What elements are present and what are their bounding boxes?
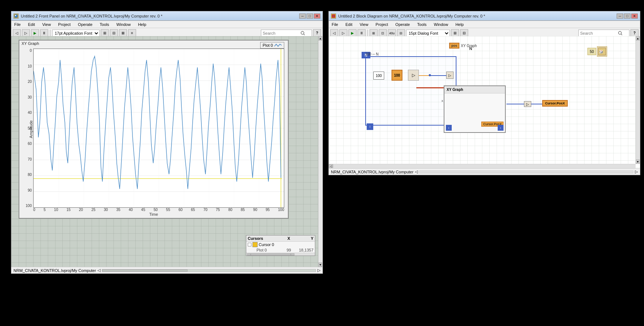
scroll-down-btn[interactable]: ▼ <box>319 262 322 267</box>
cursors-col-y-header: Y <box>295 236 313 241</box>
right-scroll-up[interactable]: ▲ <box>636 36 640 41</box>
scroll-right-arrow[interactable]: ▷ <box>317 268 320 273</box>
h-scroll-left[interactable]: ◁ <box>329 164 333 168</box>
right-menu-window[interactable]: Window <box>432 22 450 27</box>
right-status-bar: NRM_CIVATA_KONTROL.lvproj/My Computer ◁ … <box>329 168 640 175</box>
bd-100-const: 100 <box>373 72 384 80</box>
right-v-scrollbar[interactable]: ▲ ▼ <box>636 36 640 164</box>
right-menu-operate[interactable]: Operate <box>394 22 412 27</box>
right-menu-edit[interactable]: Edit <box>344 22 354 27</box>
left-menu-project[interactable]: Project <box>57 22 72 27</box>
svg-rect-1 <box>15 15 16 16</box>
h-scrollbar-thumb[interactable] <box>102 269 188 272</box>
right-menu-bar: File Edit View Project Operate Tools Win… <box>329 21 640 28</box>
right-close-btn[interactable]: ✕ <box>631 14 638 19</box>
right-window: Untitled 2 Block Diagram on NRM_CIVATA_K… <box>328 11 640 175</box>
x-tick-0: 0 <box>33 208 35 213</box>
plot-0-x: 99 <box>282 248 295 252</box>
left-maximize-btn[interactable]: □ <box>306 14 313 19</box>
search-icon <box>301 31 305 35</box>
x-tick-35: 35 <box>116 208 120 213</box>
right-font-select[interactable]: 15pt Dialog Font <box>406 30 450 37</box>
bd-x-port: x <box>441 99 443 103</box>
bd-100-n-label: 100 ─ N <box>365 52 379 56</box>
right-maximize-btn[interactable]: □ <box>624 14 630 19</box>
right-menu-help[interactable]: Help <box>454 22 465 27</box>
right-window-controls: ─ □ ✕ <box>617 14 638 19</box>
y-tick-70: 70 <box>20 157 32 161</box>
block-diagram-content: pos XY Graph N 50 🎲 N i <box>329 36 640 168</box>
right-scroll-right[interactable]: ▷ <box>635 169 638 174</box>
x-tick-labels: 0 5 10 15 20 25 30 35 40 45 50 55 60 65 … <box>33 208 284 213</box>
x-tick-85: 85 <box>241 208 245 213</box>
left-content: XY Graph Plot 0 100 90 80 70 60 50 40 <box>11 36 323 267</box>
left-menu-tools[interactable]: Tools <box>98 22 111 27</box>
right-window-icon <box>331 14 336 19</box>
plot-line-icon <box>274 43 282 47</box>
left-search-input[interactable] <box>263 31 299 35</box>
xy-graph-panel: XY Graph Plot 0 100 90 80 70 60 50 40 <box>19 40 289 219</box>
bd-wire-h1 <box>419 75 430 76</box>
cursor-color-box-0 <box>252 242 258 247</box>
right-minimize-btn[interactable]: ─ <box>617 14 623 19</box>
bd-pos-node: pos <box>449 43 459 49</box>
bd-func-block: 100 <box>392 70 402 81</box>
right-window-title: Untitled 2 Block Diagram on NRM_CIVATA_K… <box>338 14 614 18</box>
cursors-panel: Cursors X Y Cursor 0 Plot 0 99 18,1357 <box>246 235 315 256</box>
left-menu-edit[interactable]: Edit <box>27 22 36 27</box>
svg-line-19 <box>621 34 622 35</box>
y-tick-90: 90 <box>20 188 32 192</box>
cursors-label: Cursors <box>248 236 263 241</box>
x-tick-30: 30 <box>104 208 108 213</box>
bd-arrow-node: ▷ <box>524 101 531 107</box>
right-menu-tools[interactable]: Tools <box>416 22 428 27</box>
graph-inner[interactable] <box>33 49 284 208</box>
svg-line-3 <box>304 34 305 35</box>
right-search-input[interactable] <box>580 31 617 35</box>
left-close-btn[interactable]: ✕ <box>314 14 320 19</box>
bd-for-loop: N i i 100 100 ▷ <box>365 56 456 126</box>
left-menu-window[interactable]: Window <box>115 22 132 27</box>
cursor-0-name: Cursor 0 <box>259 242 282 247</box>
right-menu-project[interactable]: Project <box>374 22 389 27</box>
h-scroll-thumb[interactable] <box>251 253 291 256</box>
right-scrollbar[interactable]: ▲ ▼ <box>318 36 323 267</box>
left-menu-view[interactable]: View <box>41 22 53 27</box>
scroll-right-btn[interactable] <box>291 253 294 256</box>
left-menu-file[interactable]: File <box>13 22 22 27</box>
y-tick-20: 20 <box>20 80 32 84</box>
x-tick-90: 90 <box>253 208 257 213</box>
left-menu-help[interactable]: Help <box>136 22 148 27</box>
right-titlebar: Untitled 2 Block Diagram on NRM_CIVATA_K… <box>329 11 640 21</box>
font-select[interactable]: 17pt Application Font <box>52 30 100 37</box>
plot-0-name: Plot 0 <box>257 248 282 252</box>
right-h-scrollbar-track[interactable] <box>419 170 633 173</box>
right-status-sep: ◁ <box>415 169 418 174</box>
left-window-icon <box>14 14 19 19</box>
xy-graph-label: XY Graph <box>22 41 39 46</box>
x-tick-70: 70 <box>203 208 207 213</box>
left-window-controls: ─ □ ✕ <box>299 14 320 19</box>
cursor-checkbox-0[interactable] <box>248 243 251 246</box>
x-tick-95: 95 <box>266 208 270 213</box>
left-menu-operate[interactable]: Operate <box>77 22 94 27</box>
left-titlebar: Untitled 2 Front Panel on NRM_CIVATA_KON… <box>11 11 323 21</box>
y-tick-40: 40 <box>20 111 32 115</box>
right-menu-file[interactable]: File <box>330 22 340 27</box>
right-menu-view[interactable]: View <box>358 22 370 27</box>
h-scrollbar-track[interactable] <box>102 269 316 272</box>
left-minimize-btn[interactable]: ─ <box>299 14 306 19</box>
left-status-bar: NRM_CIVATA_KONTROL.lvproj/My Computer ◁ … <box>11 267 323 273</box>
bd-wire-h2 <box>430 75 448 76</box>
bd-rnd-icon: 🎲 <box>597 46 607 57</box>
x-tick-5: 5 <box>44 208 46 213</box>
left-window-title: Untitled 2 Front Panel on NRM_CIVATA_KON… <box>21 14 297 18</box>
y-tick-10: 10 <box>20 64 32 68</box>
right-h-scrollbar[interactable]: ◁ <box>329 164 636 168</box>
y-tick-80: 80 <box>20 173 32 177</box>
scroll-up-btn[interactable]: ▲ <box>319 36 322 41</box>
right-scroll-down[interactable]: ▼ <box>636 160 640 164</box>
tb-sep1 <box>50 30 50 37</box>
scroll-left-btn[interactable] <box>247 253 251 256</box>
graph-svg <box>34 49 284 207</box>
